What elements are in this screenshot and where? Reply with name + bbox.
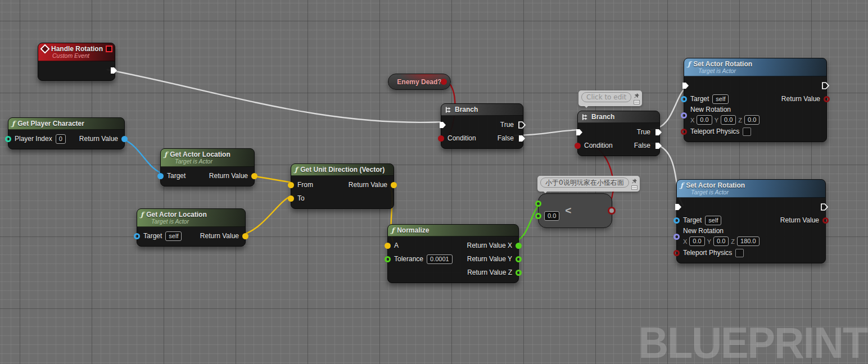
node-title: Get Unit Direction (Vector): [300, 166, 385, 174]
return-value-z-label: Return Value Z: [467, 269, 512, 276]
return-value-label: Return Value: [79, 135, 118, 143]
condition-label: Condition: [447, 134, 476, 142]
event-delegate-pin[interactable]: [106, 46, 112, 52]
comment-text[interactable]: 小于0说明玩家在小怪右面: [540, 178, 629, 188]
tolerance-label: Tolerance: [394, 255, 423, 263]
true-exec-pin[interactable]: [517, 121, 526, 129]
return-value-pin[interactable]: [251, 173, 257, 179]
player-index-input[interactable]: 0: [56, 134, 66, 144]
node-subtitle: Target is Actor: [175, 158, 250, 165]
blueprint-watermark: BLUEPRINT: [638, 317, 867, 364]
node-subtitle: Target is Actor: [691, 189, 821, 195]
pin-icon[interactable]: [631, 178, 638, 184]
comment-style-icon[interactable]: [634, 100, 640, 104]
rotation-x-input[interactable]: 0.0: [697, 115, 712, 125]
false-exec-pin[interactable]: [654, 142, 663, 150]
return-value-pin[interactable]: [121, 136, 128, 142]
function-icon: ƒ: [688, 60, 690, 68]
target-pin[interactable]: [681, 96, 687, 102]
new-rotation-label: New Rotation: [683, 227, 760, 235]
return-value-z-pin[interactable]: [516, 270, 522, 276]
teleport-physics-pin[interactable]: [681, 129, 687, 135]
x-axis-label: X: [690, 117, 694, 124]
condition-pin[interactable]: [575, 143, 581, 149]
less-than-output-pin[interactable]: [608, 207, 616, 215]
comment-text[interactable]: Click to edit: [581, 92, 631, 102]
node-branch-1[interactable]: Branch True Condition False: [441, 103, 523, 149]
return-value-pin[interactable]: [822, 217, 829, 224]
player-index-label: Player Index: [15, 135, 52, 143]
return-value-y-pin[interactable]: [516, 256, 522, 262]
return-value-label: Return Value: [349, 181, 387, 189]
exec-in-pin[interactable]: [681, 203, 682, 211]
target-self-box[interactable]: self: [705, 216, 721, 225]
return-value-x-pin[interactable]: [516, 243, 522, 249]
rotation-x-input[interactable]: 0.0: [689, 236, 704, 246]
return-value-pin[interactable]: [391, 182, 397, 188]
node-header: Branch: [441, 104, 523, 116]
return-value-pin[interactable]: [242, 233, 248, 239]
node-enemy-dead[interactable]: Enemy Dead?: [388, 74, 451, 90]
return-value-pin[interactable]: [824, 96, 830, 102]
z-axis-label: Z: [731, 238, 735, 245]
node-get-unit-direction[interactable]: ƒ Get Unit Direction (Vector) From Retur…: [291, 163, 394, 209]
blueprint-graph-editor[interactable]: { "watermark": "BLUEPRINT", "icons": { "…: [0, 0, 868, 364]
true-exec-pin[interactable]: [654, 128, 663, 136]
tolerance-pin[interactable]: [385, 256, 391, 262]
exec-out-pin[interactable]: [821, 81, 822, 90]
teleport-physics-label: Teleport Physics: [683, 249, 732, 257]
from-pin[interactable]: [288, 182, 294, 188]
teleport-physics-checkbox[interactable]: [735, 249, 744, 257]
target-pin[interactable]: [673, 217, 680, 224]
exec-out-pin[interactable]: [109, 66, 111, 75]
less-than-a-pin[interactable]: [535, 201, 541, 207]
exec-out-pin[interactable]: [820, 203, 821, 211]
to-pin[interactable]: [288, 195, 294, 202]
comment-style-icon[interactable]: [631, 185, 638, 190]
tolerance-input[interactable]: 0.0001: [427, 254, 453, 264]
rotation-y-input[interactable]: 0.0: [721, 115, 736, 125]
node-get-player-character[interactable]: ƒ Get Player Character Player Index 0 Re…: [8, 117, 125, 149]
node-normalize[interactable]: ƒ Normalize A Return Value X Tolerance 0…: [387, 224, 519, 283]
comment-bubble-lessthan[interactable]: 小于0说明玩家在小怪右面: [537, 176, 640, 192]
enemy-dead-output-pin[interactable]: [441, 79, 447, 85]
a-pin[interactable]: [385, 243, 391, 249]
node-subtitle: Target is Actor: [698, 67, 822, 74]
target-label: Target: [683, 216, 702, 224]
node-branch-2[interactable]: Branch True Condition False: [577, 111, 660, 156]
condition-pin[interactable]: [438, 135, 444, 142]
node-header: ƒ Normalize: [388, 225, 518, 236]
new-rotation-pin[interactable]: [673, 234, 680, 240]
exec-in-pin[interactable]: [582, 128, 584, 136]
node-set-actor-rotation-2[interactable]: ƒ Set Actor Rotation Target is Actor Tar…: [676, 179, 826, 263]
true-label: True: [500, 121, 514, 129]
new-rotation-pin[interactable]: [681, 112, 687, 119]
function-icon: ƒ: [12, 120, 15, 128]
node-title: Branch: [455, 106, 478, 113]
rotation-z-input[interactable]: 180.0: [737, 236, 760, 246]
target-self-box[interactable]: self: [165, 231, 182, 241]
player-index-pin[interactable]: [5, 136, 11, 142]
node-set-actor-rotation-1[interactable]: ƒ Set Actor Rotation Target is Actor Tar…: [684, 58, 827, 142]
enemy-dead-label: Enemy Dead?: [397, 78, 441, 86]
target-pin[interactable]: [134, 233, 140, 239]
less-than-b-input[interactable]: 0.0: [544, 211, 559, 221]
node-title: Get Actor Location: [170, 151, 230, 158]
node-less-than[interactable]: 0.0 <: [538, 193, 612, 228]
teleport-physics-checkbox[interactable]: [743, 128, 751, 136]
teleport-physics-pin[interactable]: [673, 250, 680, 256]
node-handle-rotation[interactable]: Handle Rotation Custom Event: [38, 43, 115, 81]
comment-bubble-branch2[interactable]: Click to edit: [578, 90, 642, 106]
exec-in-pin[interactable]: [445, 121, 447, 129]
rotation-y-input[interactable]: 0.0: [713, 236, 729, 246]
node-get-actor-location-1[interactable]: ƒ Get Actor Location Target is Actor Tar…: [160, 148, 255, 186]
exec-in-pin[interactable]: [688, 81, 690, 90]
false-exec-pin[interactable]: [517, 134, 526, 143]
less-than-b-pin[interactable]: [535, 213, 541, 219]
target-pin[interactable]: [157, 173, 164, 179]
pin-icon[interactable]: [634, 93, 640, 99]
target-self-box[interactable]: self: [712, 94, 729, 104]
rotation-z-input[interactable]: 0.0: [744, 115, 760, 125]
node-get-actor-location-2[interactable]: ƒ Get Actor Location Target is Actor Tar…: [137, 208, 246, 247]
y-axis-label: Y: [707, 238, 711, 245]
